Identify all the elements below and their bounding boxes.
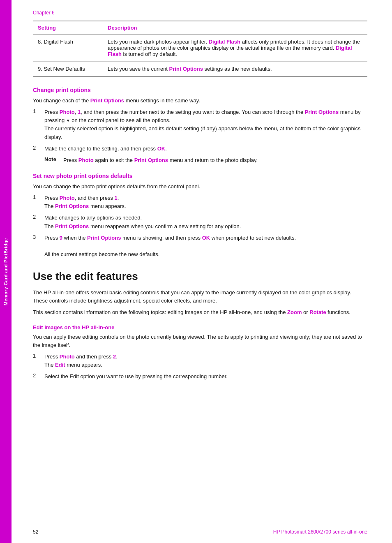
note-label: Note	[44, 156, 63, 164]
highlight-print-options-5: Print Options	[55, 203, 89, 209]
step-number: 1	[33, 353, 44, 359]
change-print-options-title: Change print options	[33, 87, 367, 93]
main-title: Use the edit features	[33, 270, 367, 283]
change-print-options-list: 1 Press Photo, 1, and then press the num…	[33, 108, 367, 153]
highlight-1-b: 1	[115, 195, 118, 201]
footer: 52 HP Photosmart 2600/2700 series all-in…	[0, 529, 392, 535]
highlight-1: 1	[78, 109, 81, 115]
highlight-photo-1: Photo	[60, 109, 75, 115]
highlight-digital-flash-1: Digital Flash	[209, 39, 240, 45]
page-container: Memory Card and PictBridge Chapter 6 Set…	[0, 0, 392, 543]
edit-images-intro: You can apply these editing controls on …	[33, 333, 367, 349]
step-number: 2	[33, 145, 44, 151]
table-cell-setting-1: 8. Digital Flash	[33, 35, 103, 62]
highlight-print-options-3: Print Options	[305, 109, 339, 115]
edit-images-title: Edit images on the HP all-in-one	[33, 324, 367, 330]
step-number: 1	[33, 194, 44, 200]
highlight-digital-flash-2: Digital Flash	[108, 45, 352, 57]
highlight-print-options-7: Print Options	[87, 235, 121, 241]
table-cell-desc-2: Lets you save the current Print Options …	[103, 62, 367, 77]
table-row: 9. Set New Defaults Lets you save the cu…	[33, 62, 367, 77]
table-cell-desc-1: Lets you make dark photos appear lighter…	[103, 35, 367, 62]
highlight-photo-4: Photo	[60, 354, 75, 360]
step-number: 1	[33, 108, 44, 114]
highlight-print-options-2: Print Options	[90, 97, 124, 104]
highlight-2: 2	[113, 354, 116, 360]
table-header-setting: Setting	[33, 21, 103, 35]
chapter-heading: Chapter 6	[33, 10, 367, 16]
table-row: 8. Digital Flash Lets you make dark phot…	[33, 35, 367, 62]
edit-images-list: 1 Press Photo and then press 2. The Edit…	[33, 353, 367, 381]
step-number: 2	[33, 372, 44, 379]
settings-table: Setting Description 8. Digital Flash Let…	[33, 21, 367, 77]
list-item: 1 Press Photo and then press 2. The Edit…	[33, 353, 367, 369]
highlight-print-options-4: Print Options	[134, 157, 168, 163]
set-new-defaults-intro: You can change the photo print options d…	[33, 183, 367, 191]
set-new-defaults-title: Set new photo print options defaults	[33, 173, 367, 179]
highlight-edit: Edit	[55, 362, 65, 368]
highlight-zoom: Zoom	[287, 309, 302, 315]
edit-features-para1: The HP all-in-one offers several basic e…	[33, 289, 367, 305]
list-item: 1 Press Photo, and then press 1. The Pri…	[33, 194, 367, 210]
step-number: 2	[33, 214, 44, 220]
highlight-photo-3: Photo	[60, 195, 75, 201]
list-item: 2 Select the Edit option you want to use…	[33, 372, 367, 381]
step-number: 3	[33, 234, 44, 240]
list-item: 1 Press Photo, 1, and then press the num…	[33, 108, 367, 141]
highlight-print-options-6: Print Options	[55, 223, 89, 229]
sidebar-label: Memory Card and PictBridge	[3, 238, 8, 305]
step-content: Press Photo, 1, and then press the numbe…	[44, 108, 367, 141]
highlight-rotate: Rotate	[309, 309, 326, 315]
footer-page-number: 52	[33, 529, 38, 535]
note-text: Press Photo again to exit the Print Opti…	[63, 156, 367, 164]
list-item: 3 Press 9 when the Print Options menu is…	[33, 234, 367, 259]
down-arrow-icon: ▼	[66, 118, 70, 123]
step-content: Make changes to any options as needed. T…	[44, 214, 367, 230]
highlight-print-options-1: Print Options	[169, 66, 203, 72]
highlight-ok-2: OK	[202, 235, 210, 241]
step-content: Select the Edit option you want to use b…	[44, 372, 367, 381]
list-item: 2 Make the change to the setting, and th…	[33, 145, 367, 153]
edit-features-para2: This section contains information on the…	[33, 308, 367, 317]
highlight-ok-1: OK	[157, 146, 166, 152]
note-block: Note Press Photo again to exit the Print…	[44, 156, 367, 164]
step-content: Make the change to the setting, and then…	[44, 145, 367, 153]
table-cell-setting-2: 9. Set New Defaults	[33, 62, 103, 77]
step-content: Press Photo and then press 2. The Edit m…	[44, 353, 367, 369]
sidebar: Memory Card and PictBridge	[0, 0, 12, 543]
table-header-description: Description	[103, 21, 367, 35]
step-content: Press 9 when the Print Options menu is s…	[44, 234, 367, 259]
list-item: 2 Make changes to any options as needed.…	[33, 214, 367, 230]
change-print-options-intro: You change each of the Print Options men…	[33, 97, 367, 105]
step-content: Press Photo, and then press 1. The Print…	[44, 194, 367, 210]
set-new-defaults-list: 1 Press Photo, and then press 1. The Pri…	[33, 194, 367, 259]
highlight-photo-2: Photo	[78, 157, 94, 163]
highlight-9: 9	[60, 235, 62, 241]
footer-product: HP Photosmart 2600/2700 series all-in-on…	[273, 529, 367, 535]
